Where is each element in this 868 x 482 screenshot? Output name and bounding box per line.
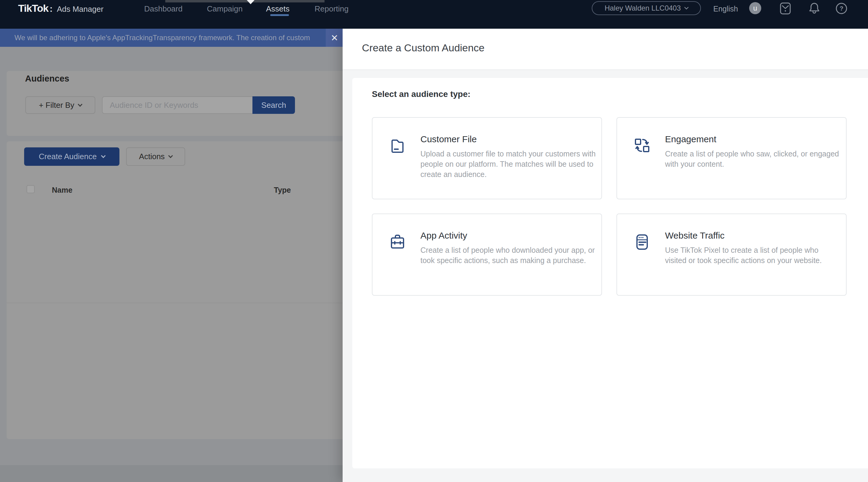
tiktok-ads-manager-logo[interactable]: TikTok : Ads Manager: [18, 2, 103, 14]
column-header-name[interactable]: Name: [52, 186, 72, 195]
create-audience-button[interactable]: Create Audience: [24, 147, 119, 166]
card-description: Use TikTok Pixel to create a list of peo…: [665, 245, 841, 265]
logo-suffix: Ads Manager: [57, 4, 103, 14]
chevron-down-icon: [101, 153, 105, 158]
page-title: Audiences: [25, 74, 69, 84]
app-screen: Audiences + Filter By Audience ID or Key…: [0, 0, 868, 482]
chevron-down-icon: [168, 153, 173, 158]
help-icon: ?: [835, 2, 848, 15]
audience-type-prompt: Select an audience type:: [372, 89, 470, 99]
nav-item-reporting[interactable]: Reporting: [315, 4, 349, 13]
swap-squares-icon: [633, 137, 651, 154]
audience-type-card-app-activity[interactable]: App Activity Create a list of people who…: [372, 214, 602, 296]
card-title: App Activity: [421, 230, 467, 241]
cursor-artifact: [247, 0, 254, 4]
banner-message: We will be adhering to Apple's AppTracki…: [14, 29, 325, 47]
chevron-down-icon: [78, 102, 83, 107]
card-description: Create a list of people who saw, clicked…: [665, 149, 841, 169]
mail-icon: [779, 2, 792, 15]
actions-button[interactable]: Actions: [126, 147, 185, 166]
card-description: Create a list of people who downloaded y…: [421, 245, 596, 265]
top-nav: TikTok : Ads Manager Dashboard Campaign …: [0, 0, 868, 29]
account-selector[interactable]: Haley Walden LLC0403: [592, 1, 701, 15]
nav-item-assets[interactable]: Assets: [266, 4, 289, 13]
search-input[interactable]: Audience ID or Keywords: [102, 96, 252, 114]
filter-by-button[interactable]: + Filter By: [25, 96, 95, 114]
notification-banner: We will be adhering to Apple's AppTracki…: [0, 29, 343, 47]
nav-item-campaign[interactable]: Campaign: [207, 4, 243, 13]
svg-text:?: ?: [840, 5, 843, 12]
card-title: Customer File: [421, 134, 477, 145]
top-edge-artifact: [165, 0, 324, 2]
close-icon: ✕: [331, 33, 338, 43]
page-bottom-band: [0, 465, 350, 482]
avatar-initial: u: [753, 4, 757, 12]
account-name: Haley Walden LLC0403: [605, 4, 681, 12]
card-description: Upload a customer file to match your cus…: [421, 149, 596, 179]
avatar[interactable]: u: [749, 2, 761, 14]
search-placeholder: Audience ID or Keywords: [110, 101, 198, 110]
drawer-panel: Select an audience type: Customer File U…: [352, 78, 868, 469]
search-button[interactable]: Search: [252, 96, 295, 114]
audience-type-card-website-traffic[interactable]: Website Traffic Use TikTok Pixel to crea…: [617, 214, 846, 296]
drawer-title: Create a Custom Audience: [362, 42, 484, 54]
language-selector[interactable]: English: [713, 4, 738, 13]
bell-icon: [808, 2, 820, 15]
briefcase-icon: [389, 233, 407, 251]
audience-type-card-customer-file[interactable]: Customer File Upload a customer file to …: [372, 117, 602, 199]
audience-type-card-engagement[interactable]: Engagement Create a list of people who s…: [617, 117, 846, 199]
card-title: Website Traffic: [665, 230, 724, 241]
help-button[interactable]: ?: [835, 2, 847, 15]
browser-window-icon: [633, 233, 651, 251]
create-audience-drawer: Create a Custom Audience Select an audie…: [343, 29, 868, 482]
active-tab-underline: [270, 14, 289, 16]
nav-item-dashboard[interactable]: Dashboard: [144, 4, 183, 13]
column-header-type[interactable]: Type: [274, 186, 291, 195]
drawer-header: Create a Custom Audience: [343, 29, 868, 70]
notifications-button[interactable]: [808, 2, 820, 15]
folder-file-icon: [389, 137, 407, 154]
table-divider: [7, 303, 350, 303]
card-title: Engagement: [665, 134, 716, 145]
chevron-down-icon: [684, 5, 688, 9]
logo-colon: :: [50, 4, 53, 14]
select-all-checkbox[interactable]: [27, 185, 35, 193]
tiktok-wordmark: TikTok: [18, 2, 48, 14]
banner-close-button[interactable]: ✕: [326, 29, 343, 47]
inbox-button[interactable]: [779, 2, 792, 15]
